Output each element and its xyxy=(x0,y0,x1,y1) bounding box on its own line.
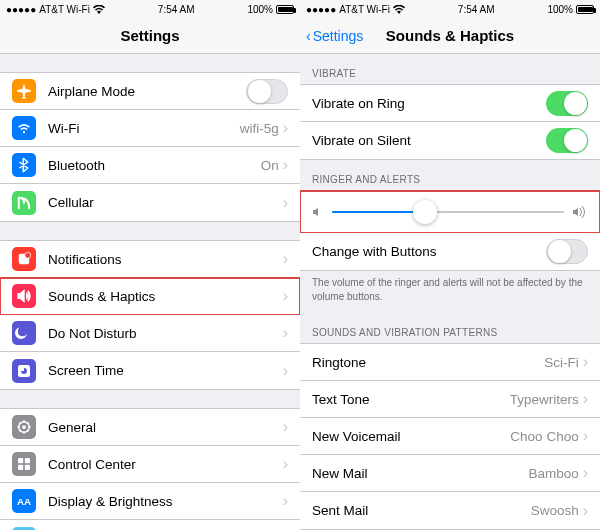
row-general[interactable]: General› xyxy=(0,409,300,446)
row-label: Sounds & Haptics xyxy=(48,289,283,304)
bluetooth-icon xyxy=(12,153,36,177)
chevron-right-icon: › xyxy=(283,455,288,473)
chevron-right-icon: › xyxy=(583,502,588,520)
toggle[interactable] xyxy=(246,79,288,104)
row-label: Vibrate on Ring xyxy=(312,96,546,111)
ringer-volume-slider-row[interactable] xyxy=(300,191,600,233)
volume-high-icon xyxy=(572,206,588,218)
row-airplane-mode[interactable]: Airplane Mode xyxy=(0,73,300,110)
sounds-icon xyxy=(12,284,36,308)
row-label: New Mail xyxy=(312,466,528,481)
wifi-icon xyxy=(93,5,105,14)
battery-pct: 100% xyxy=(547,4,573,15)
row-label: Vibrate on Silent xyxy=(312,133,546,148)
volume-slider[interactable] xyxy=(332,211,564,213)
row-display-brightness[interactable]: AADisplay & Brightness› xyxy=(0,483,300,520)
svg-rect-7 xyxy=(18,465,23,470)
row-label: Bluetooth xyxy=(48,158,261,173)
section-footer-ringer: The volume of the ringer and alerts will… xyxy=(300,271,600,313)
dnd-icon xyxy=(12,321,36,345)
row-label: New Voicemail xyxy=(312,429,510,444)
row-do-not-disturb[interactable]: Do Not Disturb› xyxy=(0,315,300,352)
row-sent-mail[interactable]: Sent MailSwoosh› xyxy=(300,492,600,529)
notifications-icon xyxy=(12,247,36,271)
toggle-change-with-buttons[interactable] xyxy=(546,239,588,264)
chevron-right-icon: › xyxy=(283,362,288,380)
row-value: Choo Choo xyxy=(510,429,578,444)
screentime-icon xyxy=(12,359,36,383)
sounds-haptics-screen: ●●●●● AT&T Wi-Fi 7:54 AM 100% ‹ Settings… xyxy=(300,0,600,530)
row-new-mail[interactable]: New MailBamboo› xyxy=(300,455,600,492)
toggle-vibrate-silent[interactable] xyxy=(546,128,588,153)
volume-low-icon xyxy=(312,206,324,218)
row-new-voicemail[interactable]: New VoicemailChoo Choo› xyxy=(300,418,600,455)
row-vibrate-on-ring[interactable]: Vibrate on Ring xyxy=(300,85,600,122)
chevron-right-icon: › xyxy=(583,464,588,482)
row-wi-fi[interactable]: Wi-Fiwifi-5g› xyxy=(0,110,300,147)
row-vibrate-on-silent[interactable]: Vibrate on Silent xyxy=(300,122,600,159)
airplane-icon xyxy=(12,79,36,103)
battery-pct: 100% xyxy=(247,4,273,15)
clock: 7:54 AM xyxy=(158,4,195,15)
row-text-tone[interactable]: Text ToneTypewriters› xyxy=(300,381,600,418)
svg-rect-5 xyxy=(18,458,23,463)
row-label: Notifications xyxy=(48,252,283,267)
svg-rect-8 xyxy=(25,465,30,470)
chevron-right-icon: › xyxy=(283,287,288,305)
general-icon xyxy=(12,415,36,439)
battery-icon xyxy=(576,5,594,14)
row-control-center[interactable]: Control Center› xyxy=(0,446,300,483)
chevron-right-icon: › xyxy=(283,418,288,436)
controlcenter-icon xyxy=(12,452,36,476)
row-label: Sent Mail xyxy=(312,503,531,518)
cellular-icon xyxy=(12,191,36,215)
nav-bar: ‹ Settings Sounds & Haptics xyxy=(300,18,600,54)
battery-icon xyxy=(276,5,294,14)
wifi-icon xyxy=(12,116,36,140)
svg-point-4 xyxy=(22,425,26,429)
row-cellular[interactable]: Cellular› xyxy=(0,184,300,221)
row-label: Text Tone xyxy=(312,392,510,407)
row-value: wifi-5g xyxy=(240,121,279,136)
settings-list[interactable]: Airplane ModeWi-Fiwifi-5g›BluetoothOn›Ce… xyxy=(0,54,300,530)
nav-title: Sounds & Haptics xyxy=(386,27,514,44)
row-change-with-buttons[interactable]: Change with Buttons xyxy=(300,233,600,270)
nav-title: Settings xyxy=(120,27,179,44)
row-value: On xyxy=(261,158,279,173)
back-button[interactable]: ‹ Settings xyxy=(306,28,363,44)
carrier-label: AT&T Wi-Fi xyxy=(39,4,90,15)
sounds-list[interactable]: VIBRATE Vibrate on Ring Vibrate on Silen… xyxy=(300,54,600,530)
row-wallpaper[interactable]: Wallpaper› xyxy=(0,520,300,530)
signal-dots-icon: ●●●●● xyxy=(6,4,36,15)
row-value: Typewriters xyxy=(510,392,579,407)
clock: 7:54 AM xyxy=(458,4,495,15)
chevron-right-icon: › xyxy=(583,390,588,408)
row-sounds-haptics[interactable]: Sounds & Haptics› xyxy=(0,278,300,315)
row-value: Swoosh xyxy=(531,503,579,518)
settings-root-screen: ●●●●● AT&T Wi-Fi 7:54 AM 100% Settings A… xyxy=(0,0,300,530)
chevron-right-icon: › xyxy=(283,324,288,342)
row-label: Ringtone xyxy=(312,355,544,370)
chevron-right-icon: › xyxy=(583,353,588,371)
chevron-right-icon: › xyxy=(283,250,288,268)
row-ringtone[interactable]: RingtoneSci-Fi› xyxy=(300,344,600,381)
signal-dots-icon: ●●●●● xyxy=(306,4,336,15)
row-label: Display & Brightness xyxy=(48,494,283,509)
row-label: Airplane Mode xyxy=(48,84,246,99)
toggle-vibrate-ring[interactable] xyxy=(546,91,588,116)
row-label: Change with Buttons xyxy=(312,244,546,259)
row-label: Wi-Fi xyxy=(48,121,240,136)
status-bar: ●●●●● AT&T Wi-Fi 7:54 AM 100% xyxy=(0,0,300,18)
section-header-patterns: SOUNDS AND VIBRATION PATTERNS xyxy=(300,313,600,343)
svg-point-1 xyxy=(25,252,31,258)
row-label: Cellular xyxy=(48,195,283,210)
svg-text:AA: AA xyxy=(17,496,31,507)
wifi-icon xyxy=(393,5,405,14)
row-bluetooth[interactable]: BluetoothOn› xyxy=(0,147,300,184)
chevron-right-icon: › xyxy=(283,194,288,212)
carrier-label: AT&T Wi-Fi xyxy=(339,4,390,15)
display-icon: AA xyxy=(12,489,36,513)
row-screen-time[interactable]: Screen Time› xyxy=(0,352,300,389)
row-label: Control Center xyxy=(48,457,283,472)
row-notifications[interactable]: Notifications› xyxy=(0,241,300,278)
